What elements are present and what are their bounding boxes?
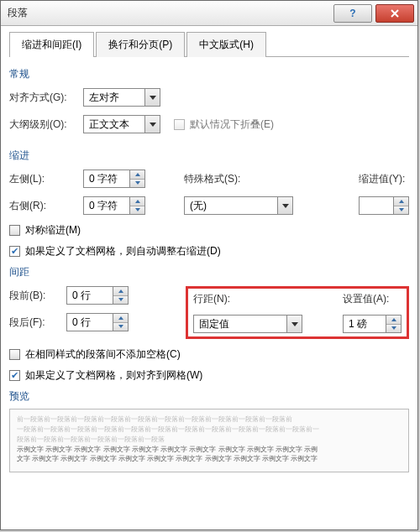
- after-label: 段后(F):: [9, 316, 60, 330]
- titlebar: 段落 ?: [1, 1, 417, 26]
- preview-box: 前一段落前一段落前一段落前一段落前一段落前一段落前一段落前一段落前一段落前一段落…: [9, 409, 409, 472]
- outline-value: 正文文本: [84, 117, 144, 132]
- at-spin[interactable]: 1 磅: [343, 315, 402, 333]
- alignment-combo[interactable]: 左对齐: [83, 88, 160, 107]
- indent-left-value: 0 字符: [84, 172, 129, 186]
- dropdown-icon: [144, 116, 160, 133]
- line-spacing-highlight: 行距(N): 设置值(A): 固定值 1 磅: [186, 286, 409, 339]
- special-combo[interactable]: (无): [184, 196, 293, 215]
- spin-down-icon[interactable]: [386, 325, 401, 333]
- indent-right-label: 右侧(R):: [9, 199, 76, 213]
- snap-label: 如果定义了文档网格，则对齐到网格(W): [25, 368, 202, 383]
- preview-para: 段落前一段落前一段落前一段落前一段落前一段落: [17, 435, 402, 445]
- tab-pagination[interactable]: 换行和分页(P): [96, 32, 185, 57]
- preview-sample: 文字 示例文字 示例文字 示例文字 示例文字 示例文字 示例文字 示例文字 示例…: [17, 454, 402, 463]
- snap-checkbox[interactable]: ✔: [9, 370, 20, 381]
- spin-up-icon[interactable]: [130, 170, 144, 180]
- tab-asian[interactable]: 中文版式(H): [186, 32, 266, 57]
- spin-down-icon[interactable]: [113, 323, 128, 331]
- after-spin[interactable]: 0 行: [66, 313, 129, 331]
- outline-label: 大纲级别(O):: [9, 117, 76, 132]
- section-indent: 缩进: [9, 149, 409, 163]
- spin-down-icon[interactable]: [130, 206, 144, 215]
- indent-right-spin[interactable]: 0 字符: [83, 196, 145, 215]
- spin-up-icon[interactable]: [386, 316, 401, 325]
- close-button[interactable]: [375, 4, 414, 23]
- nospace-checkbox[interactable]: [9, 349, 20, 360]
- after-value: 0 行: [67, 316, 113, 330]
- dropdown-icon: [286, 316, 302, 332]
- preview-para: 前一段落前一段落前一段落前一段落前一段落前一段落前一段落前一段落前一段落前一段落…: [17, 415, 402, 425]
- special-value: (无): [185, 199, 277, 213]
- grid-indent-checkbox[interactable]: ✔: [9, 246, 20, 257]
- preview-sample: 示例文字 示例文字 示例文字 示例文字 示例文字 示例文字 示例文字 示例文字 …: [17, 445, 402, 454]
- dropdown-icon: [144, 89, 160, 106]
- before-spin[interactable]: 0 行: [66, 286, 129, 305]
- collapse-checkbox: [174, 119, 185, 130]
- section-preview: 预览: [9, 389, 409, 404]
- spin-up-icon[interactable]: [394, 197, 408, 206]
- line-combo[interactable]: 固定值: [193, 315, 302, 333]
- at-value: 1 磅: [344, 317, 386, 331]
- preview-para: 一段落前一段落前一段落前一段落前一段落前一段落前一段落前一段落前一段落前一段落前…: [17, 425, 402, 435]
- alignment-label: 对齐方式(G):: [9, 91, 76, 105]
- grid-indent-label: 如果定义了文档网格，则自动调整右缩进(D): [25, 244, 221, 258]
- section-spacing: 间距: [9, 265, 409, 279]
- dropdown-icon: [277, 197, 292, 214]
- section-general: 常规: [9, 67, 409, 81]
- spin-down-icon[interactable]: [394, 206, 408, 215]
- before-label: 段前(B):: [9, 289, 60, 303]
- collapse-label: 默认情况下折叠(E): [190, 117, 274, 132]
- indent-by-label: 缩进值(Y):: [359, 172, 409, 186]
- line-value: 固定值: [194, 317, 286, 331]
- svg-text:?: ?: [349, 8, 355, 19]
- line-label: 行距(N):: [193, 292, 244, 306]
- outline-combo[interactable]: 正文文本: [83, 115, 160, 133]
- nospace-label: 在相同样式的段落间不添加空格(C): [25, 347, 181, 362]
- mirror-label: 对称缩进(M): [25, 223, 81, 237]
- mirror-checkbox[interactable]: [9, 225, 20, 236]
- help-button[interactable]: ?: [333, 4, 372, 23]
- tab-indent-spacing[interactable]: 缩进和间距(I): [9, 32, 94, 57]
- tab-strip: 缩进和间距(I) 换行和分页(P) 中文版式(H): [9, 31, 409, 57]
- spin-up-icon[interactable]: [130, 197, 144, 206]
- spin-up-icon[interactable]: [113, 287, 128, 296]
- indent-left-spin[interactable]: 0 字符: [83, 170, 145, 188]
- special-label: 特殊格式(S):: [184, 172, 251, 186]
- spin-down-icon[interactable]: [113, 296, 128, 305]
- indent-right-value: 0 字符: [84, 199, 129, 213]
- paragraph-dialog: 段落 ? 缩进和间距(I) 换行和分页(P) 中文版式(H) 常规 对齐方式(G…: [0, 0, 418, 530]
- alignment-value: 左对齐: [84, 91, 144, 105]
- dialog-body: 缩进和间距(I) 换行和分页(P) 中文版式(H) 常规 对齐方式(G): 左对…: [1, 26, 417, 529]
- before-value: 0 行: [67, 289, 113, 303]
- spin-up-icon[interactable]: [113, 314, 128, 323]
- at-label: 设置值(A):: [343, 292, 402, 306]
- indent-by-spin[interactable]: [359, 196, 409, 215]
- dialog-title: 段落: [1, 6, 333, 20]
- spin-down-icon[interactable]: [130, 180, 144, 188]
- indent-left-label: 左侧(L):: [9, 172, 76, 186]
